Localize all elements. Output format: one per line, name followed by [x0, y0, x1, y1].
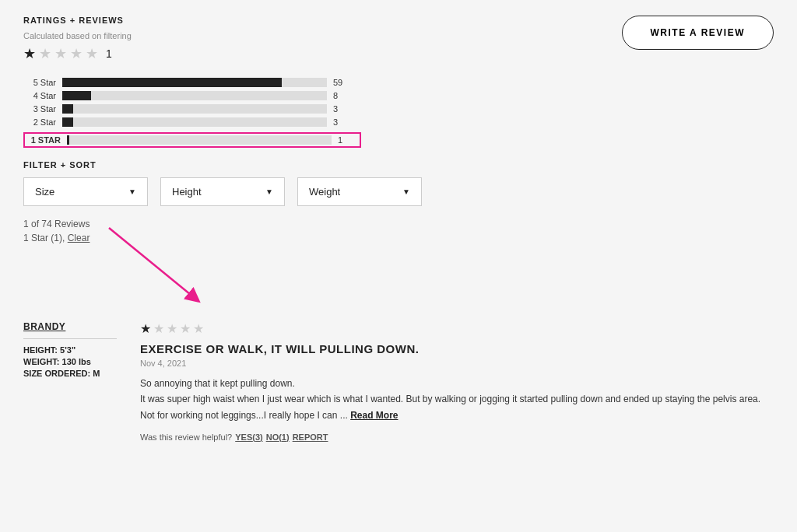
review-date: Nov 4, 2021	[140, 359, 774, 368]
review-count-label: 1 of 74 Reviews	[23, 219, 774, 229]
star-5: ★	[86, 45, 98, 62]
bar-container-5star	[62, 78, 327, 87]
bar-count-2star: 3	[333, 117, 349, 127]
reviewer-weight: WEIGHT: 130 lbs	[23, 357, 117, 366]
filter-tag-text: 1 Star (1),	[23, 233, 65, 243]
review-star-2: ★	[153, 321, 164, 336]
weight-dropdown-arrow: ▼	[402, 187, 410, 196]
review-rating-stars: ★ ★ ★ ★ ★	[140, 321, 774, 336]
no-link[interactable]: NO(1)	[266, 432, 290, 442]
reviewer-name: BRANDY	[23, 321, 117, 332]
star-2: ★	[39, 45, 51, 62]
bar-label-5star: 5 Star	[23, 78, 56, 87]
bar-label-4star: 4 Star	[23, 91, 56, 100]
bar-row-2star[interactable]: 2 Star 3	[23, 117, 774, 127]
review-star-3: ★	[167, 321, 177, 336]
reviewer-info: BRANDY HEIGHT: 5'3" WEIGHT: 130 lbs SIZE…	[23, 321, 117, 442]
bar-row-3star[interactable]: 3 Star 3	[23, 104, 774, 114]
bar-label-3star: 3 Star	[23, 104, 56, 114]
bar-fill-2star	[62, 117, 73, 127]
bar-container-2star	[62, 117, 327, 127]
bar-container-3star	[62, 104, 327, 114]
height-dropdown[interactable]: Height ▼	[160, 177, 285, 206]
star-bars: 5 Star 59 4 Star 8 3 Star 3 2 Star	[23, 78, 774, 148]
calculated-label: Calculated based on filtering	[23, 31, 132, 40]
bar-row-4star[interactable]: 4 Star 8	[23, 91, 774, 100]
weight-dropdown[interactable]: Weight ▼	[297, 177, 422, 206]
write-review-button[interactable]: WRITE A REVIEW	[622, 16, 774, 50]
review-line-1: So annoying that it kept pulling down.	[140, 378, 295, 389]
bar-label-2star: 2 Star	[23, 117, 56, 127]
bar-count-4star: 8	[333, 91, 349, 100]
annotation-arrow-area	[23, 243, 774, 313]
helpful-row: Was this review helpful? YES(3) NO(1) RE…	[140, 432, 774, 442]
review-star-5: ★	[193, 321, 204, 336]
reviewer-height: HEIGHT: 5'3"	[23, 345, 117, 355]
bar-fill-1star	[67, 135, 69, 145]
reviewer-size: SIZE ORDERED: M	[23, 369, 117, 378]
review-content: ★ ★ ★ ★ ★ EXERCISE OR WALK, IT WILL PULL…	[140, 321, 774, 442]
review-title: EXERCISE OR WALK, IT WILL PULLING DOWN.	[140, 342, 774, 355]
bar-fill-4star	[62, 91, 91, 100]
bar-label-1star: 1 STAR	[28, 135, 61, 145]
bar-count-5star: 59	[333, 78, 349, 87]
bar-fill-3star	[62, 104, 73, 114]
yes-link[interactable]: YES(3)	[235, 432, 262, 442]
bar-count-1star: 1	[338, 135, 353, 145]
report-link[interactable]: REPORT	[293, 432, 328, 442]
height-dropdown-arrow: ▼	[265, 187, 273, 196]
star-4: ★	[70, 45, 83, 62]
dropdowns-row: Size ▼ Height ▼ Weight ▼	[23, 177, 774, 206]
filter-tag: 1 Star (1), Clear	[23, 233, 774, 243]
bar-count-3star: 3	[333, 104, 349, 114]
size-dropdown[interactable]: Size ▼	[23, 177, 148, 206]
review-star-1: ★	[140, 321, 151, 336]
size-dropdown-arrow: ▼	[128, 187, 136, 196]
review-star-4: ★	[180, 321, 191, 336]
bar-row-1star-active[interactable]: 1 STAR 1	[23, 132, 361, 148]
helpful-label: Was this review helpful?	[140, 432, 232, 442]
review-line-2: It was super high waist when I just wear…	[140, 394, 760, 404]
filter-sort-label: FILTER + SORT	[23, 160, 774, 170]
reviewer-divider	[23, 338, 117, 339]
review-count-inline: 1	[106, 47, 112, 60]
ratings-title: RATINGS + REVIEWS	[23, 16, 132, 25]
average-rating-stars: ★ ★ ★ ★ ★ 1	[23, 45, 132, 62]
star-1: ★	[23, 45, 36, 62]
bar-fill-5star	[62, 78, 282, 87]
bar-row-5star[interactable]: 5 Star 59	[23, 78, 774, 87]
weight-dropdown-label: Weight	[309, 186, 340, 198]
review-section: BRANDY HEIGHT: 5'3" WEIGHT: 130 lbs SIZE…	[23, 321, 774, 442]
review-body: So annoying that it kept pulling down. I…	[140, 376, 774, 423]
height-dropdown-label: Height	[172, 186, 202, 198]
bar-container-4star	[62, 91, 327, 100]
clear-filter-link[interactable]: Clear	[68, 233, 90, 243]
size-dropdown-label: Size	[35, 186, 54, 198]
read-more-link[interactable]: Read More	[350, 410, 398, 421]
star-3: ★	[54, 45, 67, 62]
bar-container-1star	[67, 135, 332, 145]
review-line-3: Not for working not leggings...I really …	[140, 410, 348, 421]
